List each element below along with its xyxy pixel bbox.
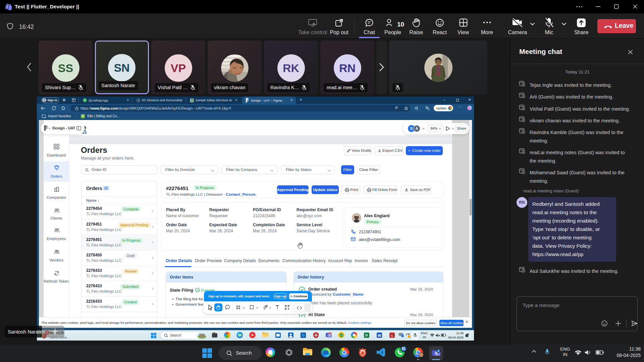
svg-text:1: 1 bbox=[438, 350, 439, 353]
svg-text:2: 2 bbox=[330, 333, 331, 335]
svg-text:W: W bbox=[378, 334, 381, 338]
